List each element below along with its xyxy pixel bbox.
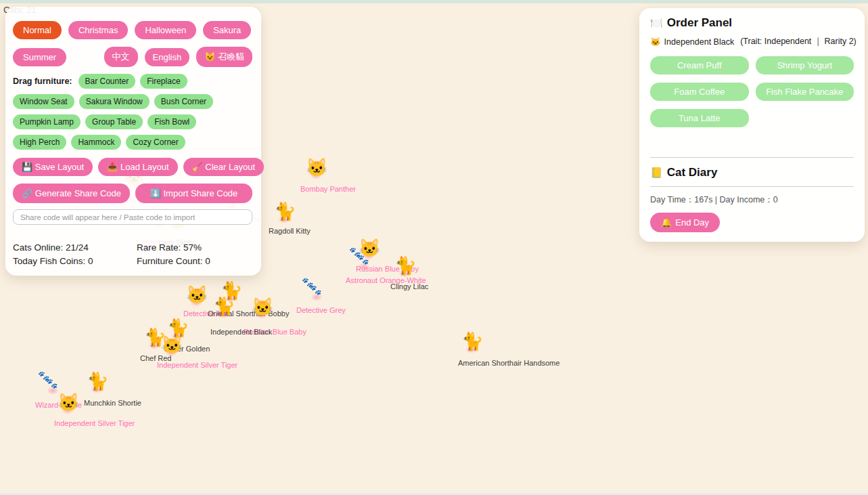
stat-today-fish-coins: Today Fish Coins: 0 xyxy=(13,256,137,266)
divider xyxy=(650,186,854,187)
share-button-row: 🔗 Generate Share Code⬇️ Import Share Cod… xyxy=(13,184,252,203)
furniture-item-bar-counter[interactable]: Bar Counter xyxy=(78,74,136,89)
theme-button-row: NormalChristmasHalloweenSakura xyxy=(13,21,252,39)
cat-icon[interactable]: 🐈 xyxy=(274,201,294,221)
furniture-item-fish-bowl[interactable]: Fish Bowl xyxy=(147,114,196,129)
stats-grid: Cats Online: 21/24Rare Rate: 57%Today Fi… xyxy=(13,242,252,266)
furniture-item-high-perch[interactable]: High Perch xyxy=(13,135,66,150)
customer-name: Independent Black xyxy=(664,37,735,47)
furniture-item-sakura-window[interactable]: Sakura Window xyxy=(79,94,150,109)
paw-prints-icon[interactable]: 🐾 xyxy=(357,255,369,264)
cat-diary-title-text: Cat Diary xyxy=(667,166,718,179)
layout-button-row: 💾 Save Layout📥 Load Layout🧹 Clear Layout xyxy=(13,158,252,176)
furniture-item-window-seat[interactable]: Window Seat xyxy=(13,94,74,109)
drag-furniture-label: Drag furniture: xyxy=(13,77,72,86)
order-item-tuna-latte[interactable]: Tuna Latte xyxy=(650,109,749,127)
share-code-input[interactable] xyxy=(13,209,252,225)
paw-prints-icon[interactable]: 🐾 xyxy=(46,379,58,388)
furniture-item-pumpkin-lamp[interactable]: Pumpkin Lamp xyxy=(13,114,81,129)
clear-layout-button[interactable]: 🧹 Clear Layout xyxy=(183,158,265,176)
cat-name-label: Clingy Lilac xyxy=(390,282,428,290)
control-panel: NormalChristmasHalloweenSakura Summer中文E… xyxy=(5,7,261,276)
stat-rare-rate: Rare Rate: 57% xyxy=(137,242,252,253)
furniture-item-bush-corner[interactable]: Bush Corner xyxy=(154,94,213,109)
paw-prints-icon[interactable]: 🐾 xyxy=(310,285,321,295)
theme-button-normal[interactable]: Normal xyxy=(13,21,62,39)
order-panel: 🍽️ Order Panel 🐱 Independent Black (Trai… xyxy=(639,8,865,242)
divider xyxy=(650,157,854,158)
theme-button-sakura[interactable]: Sakura xyxy=(203,21,251,39)
furniture-toolbar: Drag furniture: Bar CounterFireplaceWind… xyxy=(13,74,252,150)
theme-language-row: Summer中文English😺 召喚貓 xyxy=(13,47,252,67)
order-panel-title-text: Order Panel xyxy=(667,16,732,30)
dining-icon: 🍽️ xyxy=(650,17,663,29)
order-item-foam-coffee[interactable]: Foam Coffee xyxy=(650,83,749,101)
language-button-中文[interactable]: 中文 xyxy=(104,47,138,67)
cat-name-label: Independent Silver Tiger xyxy=(54,419,135,427)
stat-furniture-count: Furniture Count: 0 xyxy=(137,256,252,266)
cat-face-icon: 🐱 xyxy=(650,37,661,47)
generate-share-code-button[interactable]: 🔗 Generate Share Code xyxy=(13,184,130,203)
end-day-label: End Day xyxy=(675,217,709,228)
cat-icon[interactable]: 🐈 xyxy=(213,296,233,316)
order-item-cream-puff[interactable]: Cream Puff xyxy=(650,56,749,74)
cat-face-icon[interactable]: 🐱 xyxy=(306,157,326,177)
theme-button-summer[interactable]: Summer xyxy=(13,48,66,66)
cat-face-icon[interactable]: 🐱 xyxy=(186,284,206,305)
order-customer-line: 🐱 Independent Black (Trait: Independent … xyxy=(650,36,854,47)
import-share-code-button[interactable]: ⬇️ Import Share Code xyxy=(135,184,252,203)
stat-cats-online: Cats Online: 21/24 xyxy=(13,242,137,253)
cat-icon[interactable]: 🐈 xyxy=(394,255,415,276)
diary-status: Day Time：167s | Day Income：0 xyxy=(650,194,854,206)
cat-diary-title: 📒 Cat Diary xyxy=(650,166,854,179)
theme-button-halloween[interactable]: Halloween xyxy=(135,21,196,39)
cat-icon[interactable]: 🐈 xyxy=(87,371,107,391)
cat-name-label: Independent Black xyxy=(210,328,272,336)
save-layout-button[interactable]: 💾 Save Layout xyxy=(13,158,93,176)
load-layout-button[interactable]: 📥 Load Layout xyxy=(98,158,177,176)
end-day-button[interactable]: 🔔 End Day xyxy=(650,213,720,232)
order-panel-title: 🍽️ Order Panel xyxy=(650,16,854,30)
cat-face-icon[interactable]: 🐱 xyxy=(252,297,272,317)
cat-name-label: Detective Grey xyxy=(296,306,346,314)
customer-trait-rarity: (Trait: Independent ｜ Rarity 2) xyxy=(740,36,856,47)
ledger-icon: 📒 xyxy=(650,167,663,179)
cat-icon[interactable]: 🐈 xyxy=(461,331,482,351)
furniture-item-fireplace[interactable]: Fireplace xyxy=(140,74,187,89)
summon-cat-button[interactable]: 😺 召喚貓 xyxy=(196,47,252,67)
cat-face-icon[interactable]: 🐱 xyxy=(161,335,181,355)
furniture-item-hammock[interactable]: Hammock xyxy=(71,135,121,150)
cat-name-label: American Shorthair Handsome xyxy=(458,359,559,367)
theme-button-christmas[interactable]: Christmas xyxy=(68,21,129,39)
language-button-english[interactable]: English xyxy=(145,48,190,66)
cat-name-label: Munchkin Shortie xyxy=(84,399,141,407)
order-item-shrimp-yogurt[interactable]: Shrimp Yogurt xyxy=(756,56,854,74)
bell-icon: 🔔 xyxy=(661,217,672,228)
order-items-grid: Cream PuffShrimp YogurtFoam CoffeeFish F… xyxy=(650,56,854,127)
cat-name-label: Ragdoll Kitty xyxy=(269,227,311,235)
furniture-item-cozy-corner[interactable]: Cozy Corner xyxy=(126,135,185,150)
cat-name-label: Bombay Panther xyxy=(300,185,356,193)
furniture-item-group-table[interactable]: Group Table xyxy=(85,114,143,129)
cat-face-icon[interactable]: 🐱 xyxy=(58,392,78,412)
cat-name-label: Independent Silver Tiger xyxy=(157,361,237,369)
order-item-fish-flake-pancake[interactable]: Fish Flake Pancake xyxy=(756,83,854,101)
